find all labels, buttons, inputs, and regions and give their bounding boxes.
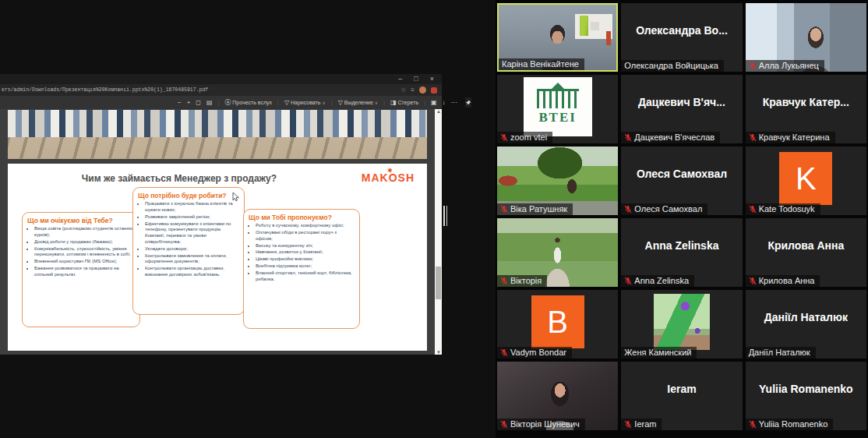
- participant-tile[interactable]: Олександра Во... Олександра Войцицька: [621, 3, 742, 72]
- participant-display-name: Дацкевич В'яч...: [621, 96, 742, 108]
- participant-name-label: Anna Zelinska: [621, 275, 694, 287]
- participant-name-label: Олеся Самохвал: [621, 203, 707, 215]
- participant-tile[interactable]: Кравчук Катер... Кравчук Катерина: [746, 75, 866, 143]
- muted-mic-icon: [624, 133, 632, 142]
- participant-name-label: Алла Лукьянец: [746, 60, 824, 72]
- participant-tile[interactable]: Каріна Венікайтене: [497, 3, 618, 72]
- pdf-page-group-photo: [8, 110, 427, 159]
- slide-box-heading: Що ми очікуємо від Тебе?: [27, 217, 135, 224]
- draw-button[interactable]: ▽ Нарисовать ∨: [284, 99, 326, 106]
- highlight-icon: ▽: [338, 99, 343, 106]
- layout-splitter-handle[interactable]: [443, 206, 447, 226]
- save-button[interactable]: ↓: [442, 99, 445, 106]
- participant-tile[interactable]: ВТЕІ zoom vtei: [497, 75, 618, 143]
- favorite-icon[interactable]: ☆: [400, 87, 406, 94]
- vtei-logo-text: ВТЕІ: [538, 110, 576, 125]
- notification-icon[interactable]: [431, 87, 437, 94]
- bullet: Впевнений користувач ПК (MS Office);: [34, 259, 135, 265]
- participant-tile[interactable]: Алла Лукьянец: [746, 3, 866, 72]
- logo-flower-icon: ✱: [388, 168, 393, 174]
- read-aloud-button[interactable]: Ⓐ Прочесть вслух: [224, 98, 272, 107]
- participant-name-label: Yuliia Romanenko: [746, 419, 834, 430]
- zoom-out-button[interactable]: −: [178, 99, 182, 106]
- erase-button[interactable]: ◨ Стереть: [390, 99, 418, 106]
- scrollbar-thumb[interactable]: [436, 267, 441, 299]
- bullet: Досвід роботи у продажах (бажано);: [34, 239, 135, 245]
- participant-name-label: Kate Todosuyk: [746, 203, 820, 215]
- participant-tile[interactable]: Ieram Ieram: [621, 362, 742, 430]
- browser-titlebar: – □ ×: [0, 74, 442, 84]
- minimize-button[interactable]: –: [398, 76, 402, 83]
- participant-tile[interactable]: Віка Ратушняк: [497, 147, 618, 215]
- bullet: Цікаві професійні виклики;: [256, 256, 355, 263]
- pdf-scrollbar[interactable]: ▲ ▼: [435, 109, 442, 355]
- profile-avatar-icon[interactable]: [419, 87, 426, 94]
- bullet: Укладати договори;: [145, 246, 239, 253]
- participant-name-label: Ieram: [621, 419, 662, 430]
- bullet: Високу та конкурентну з/п;: [256, 243, 355, 249]
- bullet: Бажання розвиватися та працювати на спіл…: [34, 266, 135, 278]
- muted-mic-icon: [500, 133, 508, 142]
- slide-box-tasks: Що потрібно буде робити? Працювати з існ…: [132, 187, 245, 315]
- chevron-down-icon: ∨: [375, 101, 378, 105]
- muted-mic-icon: [500, 420, 508, 429]
- bullet: Вища освіта (розглядаємо студентів остан…: [34, 226, 135, 238]
- participant-tile[interactable]: Даніїл Наталюк Даніїл Наталюк: [746, 290, 866, 359]
- bullet: Контролювати організацію доставки, викон…: [145, 266, 239, 278]
- avatar: K: [779, 152, 832, 205]
- participant-tile[interactable]: B Vadym Bondar: [497, 290, 618, 359]
- participant-name-label: Вікторія: [497, 275, 547, 287]
- vtei-building-icon: [537, 89, 579, 108]
- vtei-logo: ВТЕІ: [524, 77, 592, 136]
- participant-tile[interactable]: Олеся Самохвал Олеся Самохвал: [621, 147, 742, 215]
- participant-tile[interactable]: Anna Zelinska Anna Zelinska: [621, 218, 742, 287]
- bullet: Оплачувані обіди в ресторані поруч з офі…: [256, 230, 355, 242]
- muted-mic-icon: [749, 133, 757, 142]
- participant-tile[interactable]: Вікторія: [497, 218, 618, 287]
- draw-icon: ▽: [284, 99, 289, 106]
- participant-tile[interactable]: Крилова Анна Крилова Анна: [746, 218, 866, 287]
- participant-tile[interactable]: Дацкевич В'яч... Дацкевич В'ячеслав: [621, 75, 742, 143]
- participant-display-name: Anna Zelinska: [621, 239, 742, 252]
- erase-icon: ◨: [390, 99, 397, 106]
- highlight-button[interactable]: ▽ Выделение ∨: [338, 99, 379, 106]
- participant-name-label: Vadym Bondar: [497, 347, 572, 359]
- collections-icon[interactable]: ≡: [411, 87, 415, 94]
- page-view-button[interactable]: ▤: [206, 99, 213, 106]
- participant-name-label: Женя Каминский: [621, 347, 697, 359]
- fit-page-button[interactable]: ◻: [196, 99, 201, 106]
- slide-box-bullets: Роботу в сучасному, комфортному офісі; О…: [249, 223, 355, 282]
- divider: |: [424, 100, 425, 105]
- bullet: Власний спортзал, тенісний корт, бібліот…: [256, 270, 355, 283]
- zoom-meeting-window: – □ × ers/admin/Downloads/Презентація%20…: [0, 0, 868, 438]
- participant-name-label: Даніїл Наталюк: [746, 347, 816, 359]
- bullet: Всебічна підтримка колег;: [256, 263, 355, 270]
- participant-name-label: Каріна Венікайтене: [499, 58, 584, 70]
- participant-name-label: Дацкевич В'ячеслав: [621, 132, 720, 143]
- browser-address-bar[interactable]: ers/admin/Downloads/Презентація%20Компан…: [0, 84, 442, 96]
- participant-tile[interactable]: K Kate Todosuyk: [746, 147, 866, 215]
- slide-box-bullets: Працювати з існуючою базою клієнтів та ш…: [138, 201, 239, 278]
- zoom-in-button[interactable]: +: [187, 99, 191, 106]
- close-button[interactable]: ×: [430, 76, 434, 83]
- address-url[interactable]: ers/admin/Downloads/Презентація%20Компан…: [2, 87, 396, 93]
- participant-tile[interactable]: Вікторія Шуневич: [497, 362, 618, 430]
- print-button[interactable]: ▣: [431, 99, 437, 106]
- more-options-button[interactable]: ⋯: [450, 99, 457, 106]
- pin-toolbar-button[interactable]: [465, 97, 471, 108]
- maximize-button[interactable]: □: [414, 76, 418, 83]
- scroll-up-icon[interactable]: ▲: [436, 109, 441, 114]
- muted-mic-icon: [500, 277, 508, 285]
- participant-display-name: Даніїл Наталюк: [746, 311, 866, 323]
- participant-tile[interactable]: Женя Каминский: [621, 290, 742, 359]
- bullet: Навчання, розвиток у Компанії;: [256, 249, 355, 256]
- participant-display-name: Кравчук Катер...: [746, 96, 866, 108]
- participant-name-label: Олександра Войцицька: [621, 60, 724, 72]
- participant-display-name: Олеся Самохвал: [621, 168, 742, 180]
- participant-tile[interactable]: Yuliia Romanenko Yuliia Romanenko: [746, 362, 866, 430]
- muted-mic-icon: [624, 277, 632, 285]
- participant-display-name: Олександра Во...: [621, 24, 742, 37]
- scroll-down-icon[interactable]: ▼: [436, 350, 441, 355]
- bullet: Контролювати замовлення та оплати, оформ…: [145, 253, 239, 266]
- muted-mic-icon: [749, 420, 757, 429]
